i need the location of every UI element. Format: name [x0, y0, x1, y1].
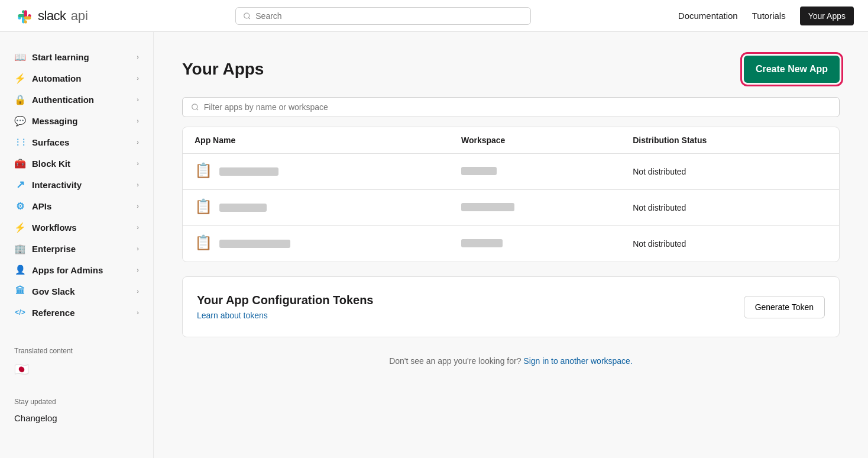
chevron-icon: ›	[137, 160, 139, 167]
sidebar-label-gov-slack: Gov Slack	[32, 286, 75, 296]
table-row[interactable]: 📋 Not distributed	[183, 190, 839, 226]
app-name-blurred	[219, 204, 267, 212]
sidebar-item-surfaces[interactable]: ⋮⋮ Surfaces ›	[0, 131, 153, 153]
chevron-icon: ›	[137, 138, 139, 146]
chevron-icon: ›	[137, 288, 139, 295]
page-title: Your Apps	[182, 60, 264, 79]
automation-icon: ⚡	[14, 72, 26, 84]
apis-icon: ⚙	[14, 200, 26, 212]
table-row[interactable]: 📋 Not distributed	[183, 154, 839, 190]
logo-link[interactable]: slack api	[14, 7, 88, 25]
status-cell: Not distributed	[621, 190, 839, 226]
chevron-icon: ›	[137, 53, 139, 60]
tokens-title: Your App Configuration Tokens	[197, 293, 374, 307]
sidebar-label-enterprise: Enterprise	[32, 244, 76, 254]
col-distribution: Distribution Status	[621, 127, 839, 154]
table-row[interactable]: 📋 Not distributed	[183, 226, 839, 262]
status-cell: Not distributed	[621, 154, 839, 190]
changelog-label: Changelog	[14, 413, 57, 423]
apps-card: App Name Workspace Distribution Status 📋	[182, 127, 840, 262]
apps-table: App Name Workspace Distribution Status 📋	[183, 127, 839, 262]
workspace-cell	[449, 190, 621, 226]
generate-token-button[interactable]: Generate Token	[744, 296, 825, 318]
filter-search-icon	[191, 103, 199, 111]
sign-in-link[interactable]: Sign in to another workspace.	[523, 356, 632, 366]
sidebar-label-automation: Automation	[32, 73, 81, 83]
chevron-icon: ›	[137, 96, 139, 103]
chevron-icon: ›	[137, 245, 139, 252]
sidebar-item-apis[interactable]: ⚙ APIs ›	[0, 195, 153, 217]
workspace-blurred	[461, 239, 503, 247]
app-name-blurred	[219, 167, 278, 176]
your-apps-button[interactable]: Your Apps	[800, 7, 854, 25]
search-box	[235, 7, 531, 25]
sidebar-label-workflows: Workflows	[32, 222, 77, 233]
translated-content-section: Translated content	[0, 337, 153, 360]
sidebar-item-start-learning[interactable]: 📖 Start learning ›	[0, 46, 153, 67]
sidebar-item-messaging[interactable]: 💬 Messaging ›	[0, 110, 153, 131]
authentication-icon: 🔒	[14, 93, 26, 105]
sidebar-item-enterprise[interactable]: 🏢 Enterprise ›	[0, 238, 153, 259]
app-name-cell: 📋	[183, 154, 449, 190]
col-workspace: Workspace	[449, 127, 621, 154]
block-kit-icon: 🧰	[14, 157, 26, 169]
chevron-icon: ›	[137, 202, 139, 209]
chevron-icon: ›	[137, 181, 139, 188]
sidebar: 📖 Start learning › ⚡ Automation › 🔒 Auth…	[0, 32, 154, 458]
stay-updated-section: Stay updated	[0, 388, 153, 411]
sidebar-label-messaging: Messaging	[32, 116, 78, 126]
start-learning-icon: 📖	[14, 51, 26, 63]
col-app-name: App Name	[183, 127, 449, 154]
footer-text: Don't see an app you're looking for? Sig…	[182, 356, 840, 366]
header-nav: Documentation Tutorials Your Apps	[678, 7, 854, 25]
japan-flag-icon: 🇯🇵	[14, 362, 29, 376]
sidebar-item-reference[interactable]: </> Reference ›	[0, 302, 153, 323]
sidebar-item-automation[interactable]: ⚡ Automation ›	[0, 67, 153, 89]
sidebar-item-interactivity[interactable]: ↗ Interactivity ›	[0, 174, 153, 195]
create-new-app-button[interactable]: Create New App	[744, 56, 840, 83]
sidebar-label-surfaces: Surfaces	[32, 137, 69, 147]
apps-for-admins-icon: 👤	[14, 264, 26, 276]
status-cell: Not distributed	[621, 226, 839, 262]
sidebar-item-changelog[interactable]: Changelog	[0, 411, 153, 425]
app-name-blurred	[219, 240, 290, 248]
svg-point-0	[244, 12, 250, 18]
sidebar-item-workflows[interactable]: ⚡ Workflows ›	[0, 217, 153, 238]
search-input[interactable]	[255, 11, 523, 21]
sidebar-item-apps-for-admins[interactable]: 👤 Apps for Admins ›	[0, 259, 153, 280]
chevron-icon: ›	[137, 309, 139, 316]
header: slack api Documentation Tutorials Your A…	[0, 0, 868, 32]
sidebar-label-authentication: Authentication	[32, 95, 94, 105]
sidebar-label-reference: Reference	[32, 308, 75, 318]
chevron-icon: ›	[137, 117, 139, 124]
sidebar-item-block-kit[interactable]: 🧰 Block Kit ›	[0, 153, 153, 174]
workspace-blurred	[461, 203, 514, 211]
app-icon: 📋	[195, 198, 213, 217]
chevron-icon: ›	[137, 266, 139, 273]
filter-input[interactable]	[204, 102, 831, 112]
sidebar-item-authentication[interactable]: 🔒 Authentication ›	[0, 89, 153, 110]
messaging-icon: 💬	[14, 115, 26, 127]
search-icon	[243, 12, 251, 20]
workspace-cell	[449, 226, 621, 262]
learn-about-tokens-link[interactable]: Learn about tokens	[197, 311, 268, 320]
sidebar-label-apps-for-admins: Apps for Admins	[32, 265, 103, 275]
japan-flag-item[interactable]: 🇯🇵	[0, 360, 153, 379]
tokens-info: Your App Configuration Tokens Learn abou…	[197, 293, 374, 320]
app-icon: 📋	[195, 234, 213, 253]
workflows-icon: ⚡	[14, 221, 26, 233]
footer-message: Don't see an app you're looking for?	[389, 356, 521, 366]
tutorials-link[interactable]: Tutorials	[752, 11, 786, 21]
svg-point-1	[192, 104, 197, 109]
main-layout: 📖 Start learning › ⚡ Automation › 🔒 Auth…	[0, 32, 868, 458]
documentation-link[interactable]: Documentation	[678, 11, 738, 21]
logo-slack-text: slack	[38, 8, 66, 24]
tokens-card: Your App Configuration Tokens Learn abou…	[182, 276, 840, 337]
surfaces-icon: ⋮⋮	[14, 136, 26, 148]
reference-icon: </>	[14, 307, 26, 318]
chevron-icon: ›	[137, 224, 139, 231]
enterprise-icon: 🏢	[14, 243, 26, 254]
sidebar-item-gov-slack[interactable]: 🏛 Gov Slack ›	[0, 280, 153, 302]
app-name-cell: 📋	[183, 226, 449, 262]
app-name-cell: 📋	[183, 190, 449, 226]
